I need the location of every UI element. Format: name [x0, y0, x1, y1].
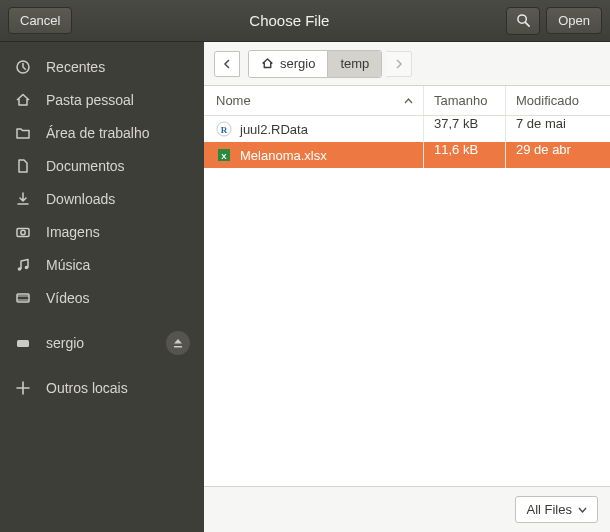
sidebar-item-home[interactable]: Pasta pessoal — [0, 83, 204, 116]
home-icon — [14, 91, 32, 109]
music-icon — [14, 256, 32, 274]
sidebar-item-label: Vídeos — [46, 290, 90, 306]
svg-text:R: R — [221, 125, 228, 135]
svg-point-5 — [18, 267, 22, 271]
sidebar: RecentesPasta pessoalÁrea de trabalhoDoc… — [0, 42, 204, 532]
file-modified: 7 de mai — [506, 116, 610, 142]
titlebar: Cancel Choose File Open — [0, 0, 610, 42]
sidebar-item-folder[interactable]: Área de trabalho — [0, 116, 204, 149]
breadcrumb-segment[interactable]: temp — [328, 51, 381, 77]
sidebar-item-music[interactable]: Música — [0, 248, 204, 281]
breadcrumb: sergiotemp — [248, 50, 382, 78]
camera-icon — [14, 223, 32, 241]
column-header-size[interactable]: Tamanho — [424, 86, 506, 115]
sidebar-item-label: Música — [46, 257, 90, 273]
chevron-down-icon — [578, 507, 587, 513]
sidebar-item-label: Pasta pessoal — [46, 92, 134, 108]
search-button[interactable] — [506, 7, 540, 35]
file-modified: 29 de abr — [506, 142, 610, 168]
sidebar-item-label: Documentos — [46, 158, 125, 174]
sidebar-item-label: Outros locais — [46, 380, 128, 396]
sidebar-item-video[interactable]: Vídeos — [0, 281, 204, 314]
svg-point-4 — [21, 230, 25, 234]
svg-line-1 — [525, 22, 529, 26]
breadcrumb-segment[interactable]: sergio — [249, 51, 328, 77]
sort-asc-icon — [404, 98, 413, 104]
plus-icon — [14, 379, 32, 397]
eject-button[interactable] — [166, 331, 190, 355]
video-icon — [14, 289, 32, 307]
column-headers: Nome Tamanho Modificado — [204, 86, 610, 116]
file-name: juul2.RData — [240, 122, 308, 137]
breadcrumb-label: temp — [340, 56, 369, 71]
sidebar-item-label: Recentes — [46, 59, 105, 75]
column-header-name[interactable]: Nome — [204, 86, 424, 115]
chevron-right-icon — [395, 59, 403, 69]
svg-point-6 — [25, 265, 29, 269]
file-list: Nome Tamanho Modificado Rjuul2.RData37,7… — [204, 86, 610, 486]
home-icon — [261, 57, 274, 70]
open-button[interactable]: Open — [546, 7, 602, 34]
chevron-left-icon — [223, 59, 231, 69]
svg-text:X: X — [221, 152, 227, 161]
document-icon — [14, 157, 32, 175]
file-row[interactable]: XMelanoma.xlsx11,6 kB29 de abr — [204, 142, 610, 168]
sidebar-item-label: Imagens — [46, 224, 100, 240]
search-icon — [516, 13, 531, 28]
sidebar-item-label: sergio — [46, 335, 84, 351]
file-filter-dropdown[interactable]: All Files — [515, 496, 598, 523]
nav-forward-button[interactable] — [386, 51, 412, 77]
sidebar-item-camera[interactable]: Imagens — [0, 215, 204, 248]
xlsx-file-icon: X — [216, 147, 232, 163]
download-icon — [14, 190, 32, 208]
nav-back-button[interactable] — [214, 51, 240, 77]
cancel-button[interactable]: Cancel — [8, 7, 72, 34]
sidebar-item-volume-sergio[interactable]: sergio — [0, 326, 204, 359]
sidebar-item-other-locations[interactable]: Outros locais — [0, 371, 204, 404]
pathbar: sergiotemp — [204, 42, 610, 86]
disk-icon — [14, 334, 32, 352]
folder-icon — [14, 124, 32, 142]
breadcrumb-label: sergio — [280, 56, 315, 71]
rdata-file-icon: R — [216, 121, 232, 137]
file-name: Melanoma.xlsx — [240, 148, 327, 163]
sidebar-item-download[interactable]: Downloads — [0, 182, 204, 215]
filter-label: All Files — [526, 502, 572, 517]
sidebar-item-label: Área de trabalho — [46, 125, 150, 141]
sidebar-item-clock[interactable]: Recentes — [0, 50, 204, 83]
file-row[interactable]: Rjuul2.RData37,7 kB7 de mai — [204, 116, 610, 142]
column-header-modified[interactable]: Modificado — [506, 86, 610, 115]
file-size: 37,7 kB — [424, 116, 506, 142]
sidebar-item-label: Downloads — [46, 191, 115, 207]
column-label: Nome — [216, 93, 251, 108]
file-size: 11,6 kB — [424, 142, 506, 168]
clock-icon — [14, 58, 32, 76]
sidebar-item-document[interactable]: Documentos — [0, 149, 204, 182]
svg-rect-7 — [17, 294, 29, 302]
svg-rect-8 — [17, 340, 29, 347]
dialog-title: Choose File — [78, 12, 500, 29]
footer: All Files — [204, 486, 610, 532]
